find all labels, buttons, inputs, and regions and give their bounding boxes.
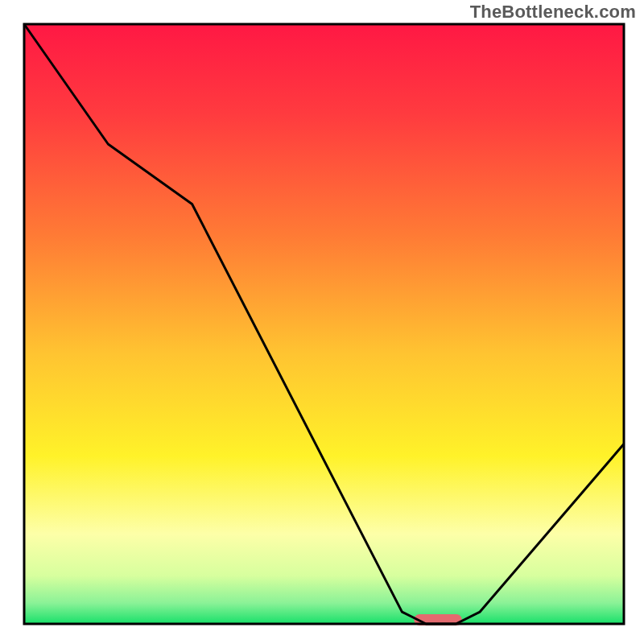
chart-background bbox=[24, 24, 624, 624]
bottleneck-chart bbox=[0, 0, 644, 644]
chart-container: { "watermark": "TheBottleneck.com", "cha… bbox=[0, 0, 644, 644]
